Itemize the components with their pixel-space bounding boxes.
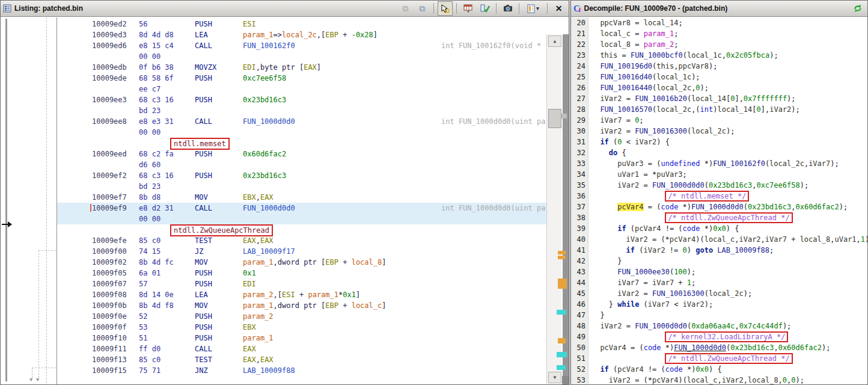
asm-row[interactable]: 10009f028b 4d fcMOVparam_1,dword ptr [EB… bbox=[57, 257, 546, 268]
nav-mark[interactable] bbox=[557, 365, 566, 370]
decomp-line[interactable]: 42} bbox=[571, 256, 867, 266]
nav-mark[interactable] bbox=[558, 256, 566, 259]
toolbar-separator bbox=[456, 3, 457, 14]
decomp-line[interactable]: 23this = FUN_1000bcf0(local_1c,0x2c05fbc… bbox=[571, 50, 867, 61]
decomp-line[interactable]: 30iVar2 = FUN_10016300(local_2c); bbox=[571, 126, 867, 137]
refresh-button[interactable] bbox=[850, 1, 865, 16]
decomp-line[interactable]: 47} bbox=[571, 310, 867, 321]
asm-row[interactable]: 10009edb0f b6 38MOVZXEDI,byte ptr [EAX] bbox=[57, 62, 546, 73]
listing-display-button[interactable]: ▾ bbox=[523, 1, 543, 16]
asm-row[interactable]: d6 60 bbox=[57, 159, 546, 170]
scroll-down-button[interactable]: ▼ bbox=[548, 372, 561, 383]
decomp-line[interactable]: 24FUN_100196d0(this,ppcVar8); bbox=[571, 61, 867, 72]
asm-row[interactable]: 10009ef9e8 d2 31CALLFUN_1000d0d0int FUN_… bbox=[57, 203, 546, 214]
decomp-line[interactable]: 40iVar2 = (*pcVar4)(local_c,iVar2,iVar7 … bbox=[571, 234, 867, 245]
asm-row[interactable]: 00 00 bbox=[57, 51, 546, 62]
nav-mark[interactable] bbox=[557, 352, 567, 357]
asm-row[interactable]: 10009f11ff d0CALLEAX bbox=[57, 343, 546, 354]
decomp-line[interactable]: 44iVar7 = iVar7 + 1; bbox=[571, 277, 867, 288]
nav-mark[interactable] bbox=[566, 339, 569, 342]
decomp-line[interactable]: 38/* ntdll.ZwQueueApcThread */ bbox=[571, 212, 867, 223]
asm-row[interactable]: 10009f056a 01PUSH0x1 bbox=[57, 268, 546, 279]
listing-view[interactable]: ▼ ▼ 10009ed256PUSHESI10009ed38d 4d d8LEA… bbox=[1, 17, 569, 384]
asm-row[interactable]: 10009eed68 c2 faPUSH0x60d6fac2 bbox=[57, 149, 546, 159]
asm-row[interactable]: 10009ef268 c3 16PUSH0x23bd16c3 bbox=[57, 170, 546, 181]
decomp-line[interactable]: 43FUN_1000ee30(100); bbox=[571, 266, 867, 277]
decomp-line[interactable]: 36/* ntdll.memset */ bbox=[571, 191, 867, 202]
scroll-up-button[interactable]: ▲ bbox=[548, 35, 561, 47]
asm-row[interactable]: 10009ee368 c3 16PUSH0x23bd16c3 bbox=[57, 94, 546, 105]
precomment-row[interactable]: ntdll.memset bbox=[57, 138, 546, 149]
asm-row[interactable]: 10009ef78b d8MOVEBX,EAX bbox=[57, 192, 546, 203]
asm-row[interactable]: 10009ede68 58 6fPUSH0xc7ee6f58 bbox=[57, 73, 546, 84]
nav-mark[interactable] bbox=[558, 279, 567, 289]
decomp-line[interactable]: 46} while (iVar7 < iVar2); bbox=[571, 299, 867, 310]
precomment-row[interactable]: ntdll.ZwQueueApcThread bbox=[57, 224, 546, 235]
decomp-line[interactable]: 39if (pcVar4 != (code *)0x0) { bbox=[571, 223, 867, 234]
token: *) bbox=[700, 159, 713, 168]
decomp-line[interactable]: 35iVar2 = FUN_1000d0d0(0x23bd16c3,0xc7ee… bbox=[571, 180, 867, 191]
close-button[interactable]: ✕ bbox=[551, 1, 566, 16]
asm-row[interactable]: 10009f1575 71JNZLAB_10009f88 bbox=[57, 365, 546, 376]
decomp-line[interactable]: 41if (iVar2 != 0) goto LAB_10009f88; bbox=[571, 245, 867, 256]
asm-row[interactable]: 10009f088d 14 0eLEAparam_2,[ESI + param_… bbox=[57, 289, 546, 300]
asm-row[interactable]: 10009f1385 c0TESTEAX,EAX bbox=[57, 354, 546, 365]
asm-row[interactable]: 10009f0f53PUSHEBX bbox=[57, 322, 546, 333]
decomp-line[interactable]: 50pcVar4 = (code *)FUN_1000d0d0(0x23bd16… bbox=[571, 342, 867, 353]
nav-mark[interactable] bbox=[567, 354, 569, 357]
asm-row[interactable]: bd 23 bbox=[57, 105, 546, 116]
decomp-line[interactable]: 37pcVar4 = (code *)FUN_1000d0d0(0x23bd16… bbox=[571, 202, 867, 212]
listing-scrollbar[interactable]: ▲ ▼ bbox=[546, 34, 561, 384]
asm-row[interactable]: 10009f0b8b 4d f8MOVparam_1,dword ptr [EB… bbox=[57, 300, 546, 311]
decomp-line[interactable]: 45iVar2 = FUN_10016300(local_2c); bbox=[571, 288, 867, 299]
token: pcVar4 bbox=[600, 343, 626, 352]
decomp-line[interactable]: 21local_c = param_1; bbox=[571, 28, 867, 39]
nav-mark[interactable] bbox=[557, 310, 566, 315]
scrollbar-thumb[interactable] bbox=[548, 109, 561, 128]
decomp-line[interactable]: 26FUN_10016440(local_2c,0); bbox=[571, 82, 867, 93]
decomp-line[interactable]: 29iVar7 = 0; bbox=[571, 115, 867, 126]
asm-row[interactable]: ee c7 bbox=[57, 84, 546, 94]
decompiler-view[interactable]: 20ppcVar8 = local_14;21local_c = param_1… bbox=[571, 17, 867, 384]
asm-row[interactable]: 10009f0e52PUSHparam_2 bbox=[57, 311, 546, 322]
asm-row[interactable]: 10009ed6e8 15 c4CALLFUN_100162f0int FUN_… bbox=[57, 40, 546, 51]
asm-row[interactable]: 10009ee8e8 e3 31CALLFUN_1000d0d0int FUN_… bbox=[57, 116, 546, 127]
decomp-line[interactable]: 28FUN_10016570(local_2c,(int)local_14[0]… bbox=[571, 104, 867, 115]
nav-mark[interactable] bbox=[561, 114, 567, 119]
asm-row[interactable]: 10009ed256PUSHESI bbox=[57, 19, 546, 29]
diff-view-button[interactable] bbox=[477, 1, 492, 16]
asm-row[interactable]: 10009ed38d 4d d8LEAparam_1=>local_2c,[EB… bbox=[57, 29, 546, 40]
decomp-line[interactable]: 25FUN_10016d40(local_1c); bbox=[571, 72, 867, 82]
decomp-line[interactable]: 53iVar2 = (*pcVar4)(local_c,iVar2,local_… bbox=[571, 375, 867, 384]
asm-row[interactable]: bd 23 bbox=[57, 181, 546, 192]
edit-fields-button[interactable] bbox=[460, 1, 475, 16]
decomp-line[interactable]: 27iVar2 = FUN_10016b20(local_14[0],0x7ff… bbox=[571, 93, 867, 104]
asm-row[interactable]: 10009f0757PUSHEDI bbox=[57, 279, 546, 289]
decomp-line[interactable]: 48iVar2 = FUN_1000d0d0(0xda06aa4c,0x7c4c… bbox=[571, 321, 867, 331]
nav-mark[interactable] bbox=[562, 376, 569, 384]
asm-row[interactable]: 00 00 bbox=[57, 214, 546, 224]
asm-row[interactable]: 10009efe85 c0TESTEAX,EAX bbox=[57, 235, 546, 246]
copy-button[interactable]: ⧉ bbox=[398, 1, 413, 16]
decomp-line[interactable]: 31if (0 < iVar2) { bbox=[571, 137, 867, 147]
decomp-line[interactable]: 52if (pcVar4 != (code *)0x0) { bbox=[571, 364, 867, 375]
token: local_8 bbox=[352, 258, 382, 266]
nav-mark[interactable] bbox=[558, 338, 566, 343]
token: ( bbox=[609, 365, 617, 374]
asm-row[interactable]: 10009f0074 15JZLAB_10009f17 bbox=[57, 246, 546, 257]
asm-row[interactable]: 00 00 bbox=[57, 127, 546, 138]
decomp-line[interactable]: 22local_8 = param_2; bbox=[571, 39, 867, 50]
nav-mark[interactable] bbox=[558, 251, 566, 254]
token: FUN_100162f0 bbox=[713, 159, 765, 168]
decomp-line[interactable]: 51/* ntdll.ZwQueueApcThread */ bbox=[571, 353, 867, 364]
decomp-line[interactable]: 49/* kernel32.LoadLibraryA */ bbox=[571, 331, 867, 342]
cursor-mode-button[interactable] bbox=[438, 1, 453, 16]
asm-row[interactable]: 10009f1051PUSHparam_1 bbox=[57, 333, 546, 343]
navigation-marker-strip[interactable] bbox=[563, 34, 569, 384]
decomp-line[interactable]: 33puVar3 = (undefined *)FUN_100162f0(loc… bbox=[571, 158, 867, 169]
decomp-line[interactable]: 34uVar1 = *puVar3; bbox=[571, 169, 867, 180]
decomp-line[interactable]: 32do { bbox=[571, 147, 867, 158]
decomp-line[interactable]: 20ppcVar8 = local_14; bbox=[571, 17, 867, 28]
snapshot-button[interactable] bbox=[500, 1, 515, 16]
paste-button[interactable]: ⧉ bbox=[415, 1, 430, 16]
